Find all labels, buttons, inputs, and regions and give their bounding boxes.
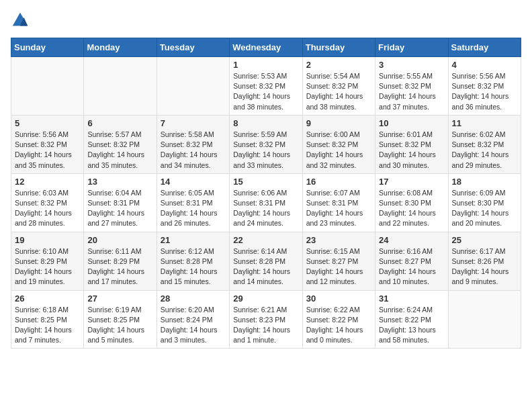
- day-number: 10: [379, 118, 444, 128]
- day-number: 6: [87, 118, 152, 128]
- day-number: 1: [233, 60, 298, 70]
- day-number: 14: [161, 177, 226, 187]
- logo: [11, 11, 31, 30]
- calendar-cell: 21Sunrise: 6:12 AM Sunset: 8:28 PM Dayli…: [157, 232, 229, 290]
- calendar-week-row: 19Sunrise: 6:10 AM Sunset: 8:29 PM Dayli…: [11, 232, 521, 290]
- day-info: Sunrise: 5:54 AM Sunset: 8:32 PM Dayligh…: [306, 71, 371, 112]
- page-header: [11, 11, 521, 30]
- day-number: 28: [161, 293, 226, 304]
- day-info: Sunrise: 5:59 AM Sunset: 8:32 PM Dayligh…: [233, 130, 298, 171]
- calendar-cell: 26Sunrise: 6:18 AM Sunset: 8:25 PM Dayli…: [11, 290, 84, 349]
- day-info: Sunrise: 6:15 AM Sunset: 8:27 PM Dayligh…: [306, 246, 371, 287]
- calendar-cell: 8Sunrise: 5:59 AM Sunset: 8:32 PM Daylig…: [230, 115, 302, 173]
- calendar-week-row: 5Sunrise: 5:56 AM Sunset: 8:32 PM Daylig…: [11, 115, 521, 173]
- day-number: 18: [452, 177, 517, 187]
- calendar-cell: 13Sunrise: 6:04 AM Sunset: 8:31 PM Dayli…: [84, 173, 157, 232]
- day-info: Sunrise: 6:20 AM Sunset: 8:24 PM Dayligh…: [161, 305, 226, 346]
- day-info: Sunrise: 5:56 AM Sunset: 8:32 PM Dayligh…: [15, 130, 80, 171]
- calendar-cell: 29Sunrise: 6:21 AM Sunset: 8:23 PM Dayli…: [230, 290, 302, 349]
- day-info: Sunrise: 6:09 AM Sunset: 8:30 PM Dayligh…: [452, 188, 517, 229]
- day-info: Sunrise: 5:53 AM Sunset: 8:32 PM Dayligh…: [233, 71, 298, 112]
- day-number: 8: [233, 118, 298, 128]
- calendar-cell: 25Sunrise: 6:17 AM Sunset: 8:26 PM Dayli…: [448, 232, 521, 290]
- calendar-cell: 18Sunrise: 6:09 AM Sunset: 8:30 PM Dayli…: [448, 173, 521, 232]
- day-info: Sunrise: 6:19 AM Sunset: 8:25 PM Dayligh…: [87, 305, 152, 346]
- calendar-cell: 11Sunrise: 6:02 AM Sunset: 8:32 PM Dayli…: [448, 115, 521, 173]
- day-info: Sunrise: 6:16 AM Sunset: 8:27 PM Dayligh…: [379, 246, 444, 287]
- day-info: Sunrise: 6:04 AM Sunset: 8:31 PM Dayligh…: [87, 188, 152, 229]
- calendar-cell: 15Sunrise: 6:06 AM Sunset: 8:31 PM Dayli…: [230, 173, 302, 232]
- calendar-cell: 22Sunrise: 6:14 AM Sunset: 8:28 PM Dayli…: [230, 232, 302, 290]
- day-info: Sunrise: 6:21 AM Sunset: 8:23 PM Dayligh…: [233, 305, 298, 346]
- day-info: Sunrise: 5:56 AM Sunset: 8:32 PM Dayligh…: [452, 71, 517, 112]
- day-number: 9: [306, 118, 371, 128]
- calendar-cell: 24Sunrise: 6:16 AM Sunset: 8:27 PM Dayli…: [375, 232, 448, 290]
- calendar-cell: 14Sunrise: 6:05 AM Sunset: 8:31 PM Dayli…: [157, 173, 229, 232]
- calendar-cell: 3Sunrise: 5:55 AM Sunset: 8:32 PM Daylig…: [375, 57, 448, 116]
- day-info: Sunrise: 6:17 AM Sunset: 8:26 PM Dayligh…: [452, 246, 517, 287]
- calendar-cell: 10Sunrise: 6:01 AM Sunset: 8:32 PM Dayli…: [375, 115, 448, 173]
- day-number: 11: [452, 118, 517, 128]
- day-info: Sunrise: 5:58 AM Sunset: 8:32 PM Dayligh…: [161, 130, 226, 171]
- calendar-cell: [448, 290, 521, 349]
- day-info: Sunrise: 5:57 AM Sunset: 8:32 PM Dayligh…: [87, 130, 152, 171]
- calendar-header-monday: Monday: [84, 38, 157, 57]
- day-number: 2: [306, 60, 371, 70]
- calendar-cell: 20Sunrise: 6:11 AM Sunset: 8:29 PM Dayli…: [84, 232, 157, 290]
- calendar-cell: 6Sunrise: 5:57 AM Sunset: 8:32 PM Daylig…: [84, 115, 157, 173]
- day-number: 16: [306, 177, 371, 187]
- calendar-cell: 30Sunrise: 6:22 AM Sunset: 8:22 PM Dayli…: [302, 290, 375, 349]
- calendar-cell: [157, 57, 229, 116]
- day-info: Sunrise: 6:22 AM Sunset: 8:22 PM Dayligh…: [306, 305, 371, 346]
- calendar-table: SundayMondayTuesdayWednesdayThursdayFrid…: [11, 38, 521, 349]
- day-info: Sunrise: 6:05 AM Sunset: 8:31 PM Dayligh…: [161, 188, 226, 229]
- calendar-cell: 9Sunrise: 6:00 AM Sunset: 8:32 PM Daylig…: [302, 115, 375, 173]
- calendar-cell: [11, 57, 84, 116]
- day-number: 22: [233, 235, 298, 245]
- calendar-cell: 27Sunrise: 6:19 AM Sunset: 8:25 PM Dayli…: [84, 290, 157, 349]
- calendar-cell: 1Sunrise: 5:53 AM Sunset: 8:32 PM Daylig…: [230, 57, 302, 116]
- day-number: 27: [87, 293, 152, 304]
- day-number: 24: [379, 235, 444, 245]
- day-info: Sunrise: 6:10 AM Sunset: 8:29 PM Dayligh…: [15, 246, 80, 287]
- day-number: 30: [306, 293, 371, 304]
- day-number: 7: [161, 118, 226, 128]
- day-info: Sunrise: 6:03 AM Sunset: 8:32 PM Dayligh…: [15, 188, 80, 229]
- calendar-header-thursday: Thursday: [302, 38, 375, 57]
- calendar-cell: 19Sunrise: 6:10 AM Sunset: 8:29 PM Dayli…: [11, 232, 84, 290]
- calendar-cell: 4Sunrise: 5:56 AM Sunset: 8:32 PM Daylig…: [448, 57, 521, 116]
- calendar-cell: 2Sunrise: 5:54 AM Sunset: 8:32 PM Daylig…: [302, 57, 375, 116]
- day-info: Sunrise: 6:24 AM Sunset: 8:22 PM Dayligh…: [379, 305, 444, 346]
- logo-icon: [11, 11, 30, 30]
- day-number: 20: [87, 235, 152, 245]
- calendar-cell: 31Sunrise: 6:24 AM Sunset: 8:22 PM Dayli…: [375, 290, 448, 349]
- calendar-cell: 17Sunrise: 6:08 AM Sunset: 8:30 PM Dayli…: [375, 173, 448, 232]
- calendar-cell: [84, 57, 157, 116]
- day-info: Sunrise: 6:06 AM Sunset: 8:31 PM Dayligh…: [233, 188, 298, 229]
- day-info: Sunrise: 6:07 AM Sunset: 8:31 PM Dayligh…: [306, 188, 371, 229]
- calendar-cell: 7Sunrise: 5:58 AM Sunset: 8:32 PM Daylig…: [157, 115, 229, 173]
- day-info: Sunrise: 6:02 AM Sunset: 8:32 PM Dayligh…: [452, 130, 517, 171]
- calendar-week-row: 12Sunrise: 6:03 AM Sunset: 8:32 PM Dayli…: [11, 173, 521, 232]
- day-info: Sunrise: 6:08 AM Sunset: 8:30 PM Dayligh…: [379, 188, 444, 229]
- calendar-header-tuesday: Tuesday: [157, 38, 229, 57]
- day-number: 17: [379, 177, 444, 187]
- calendar-header-friday: Friday: [375, 38, 448, 57]
- day-number: 26: [15, 293, 80, 304]
- day-info: Sunrise: 6:18 AM Sunset: 8:25 PM Dayligh…: [15, 305, 80, 346]
- day-number: 23: [306, 235, 371, 245]
- day-number: 4: [452, 60, 517, 70]
- day-info: Sunrise: 6:00 AM Sunset: 8:32 PM Dayligh…: [306, 130, 371, 171]
- day-number: 3: [379, 60, 444, 70]
- day-number: 5: [15, 118, 80, 128]
- day-number: 25: [452, 235, 517, 245]
- day-number: 19: [15, 235, 80, 245]
- calendar-cell: 16Sunrise: 6:07 AM Sunset: 8:31 PM Dayli…: [302, 173, 375, 232]
- day-number: 21: [161, 235, 226, 245]
- day-info: Sunrise: 6:14 AM Sunset: 8:28 PM Dayligh…: [233, 246, 298, 287]
- day-info: Sunrise: 6:12 AM Sunset: 8:28 PM Dayligh…: [161, 246, 226, 287]
- calendar-header-saturday: Saturday: [448, 38, 521, 57]
- calendar-header-wednesday: Wednesday: [230, 38, 302, 57]
- day-number: 31: [379, 293, 444, 304]
- calendar-cell: 23Sunrise: 6:15 AM Sunset: 8:27 PM Dayli…: [302, 232, 375, 290]
